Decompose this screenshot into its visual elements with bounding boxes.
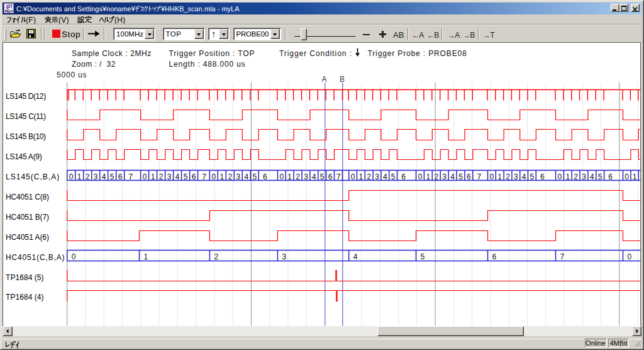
svg-text:2: 2 <box>434 172 438 181</box>
svg-text:5: 5 <box>530 172 535 181</box>
svg-text:3: 3 <box>514 172 518 181</box>
svg-text:3: 3 <box>282 252 286 261</box>
svg-text:7: 7 <box>477 172 481 181</box>
svg-text:3: 3 <box>304 172 308 181</box>
svg-text:0: 0 <box>279 172 284 181</box>
svg-text:7: 7 <box>560 252 565 261</box>
svg-text:5: 5 <box>252 172 257 181</box>
svg-text:2: 2 <box>159 172 164 181</box>
svg-text:1: 1 <box>497 172 502 181</box>
svg-text:6: 6 <box>192 172 196 181</box>
svg-text:5: 5 <box>458 172 463 181</box>
svg-text:6: 6 <box>118 172 123 181</box>
svg-text:3: 3 <box>442 172 447 181</box>
svg-text:0: 0 <box>625 172 629 181</box>
svg-text:4: 4 <box>244 172 248 181</box>
svg-text:0: 0 <box>143 172 147 181</box>
svg-text:7: 7 <box>336 172 341 181</box>
svg-text:2: 2 <box>367 172 371 181</box>
svg-text:2: 2 <box>228 172 232 181</box>
svg-text:1: 1 <box>77 172 82 181</box>
svg-text:0: 0 <box>351 172 355 181</box>
svg-text:0: 0 <box>72 252 76 261</box>
svg-text:3: 3 <box>236 172 240 181</box>
svg-text:1: 1 <box>287 172 292 181</box>
svg-text:6: 6 <box>540 172 545 181</box>
svg-text:1: 1 <box>633 172 637 181</box>
svg-text:5: 5 <box>320 172 325 181</box>
svg-text:2: 2 <box>214 252 218 261</box>
svg-text:4: 4 <box>590 172 594 181</box>
svg-text:2: 2 <box>86 172 90 181</box>
svg-text:4: 4 <box>353 252 358 261</box>
svg-text:6: 6 <box>608 172 613 181</box>
svg-text:6: 6 <box>263 172 267 181</box>
svg-text:1: 1 <box>144 252 148 261</box>
svg-text:1: 1 <box>219 172 224 181</box>
svg-text:3: 3 <box>167 172 172 181</box>
svg-text:5: 5 <box>391 172 396 181</box>
svg-text:1: 1 <box>565 172 570 181</box>
svg-text:6: 6 <box>328 172 333 181</box>
svg-text:0: 0 <box>69 172 74 181</box>
svg-text:1: 1 <box>359 172 364 181</box>
svg-text:0: 0 <box>558 172 562 181</box>
svg-text:4: 4 <box>450 172 455 181</box>
svg-text:5: 5 <box>184 172 188 181</box>
svg-text:5: 5 <box>598 172 602 181</box>
svg-text:6: 6 <box>467 172 471 181</box>
svg-text:5: 5 <box>110 172 114 181</box>
svg-text:7: 7 <box>128 172 133 181</box>
svg-text:2: 2 <box>506 172 510 181</box>
svg-text:4: 4 <box>175 172 180 181</box>
svg-text:0: 0 <box>628 252 632 261</box>
svg-text:3: 3 <box>582 172 586 181</box>
svg-text:3: 3 <box>375 172 379 181</box>
svg-text:4: 4 <box>522 172 526 181</box>
svg-text:1: 1 <box>151 172 155 181</box>
svg-text:4: 4 <box>312 172 316 181</box>
svg-text:7: 7 <box>202 172 206 181</box>
svg-text:2: 2 <box>296 172 300 181</box>
svg-text:0: 0 <box>211 172 216 181</box>
svg-text:3: 3 <box>94 172 98 181</box>
svg-text:0: 0 <box>418 172 423 181</box>
svg-text:1: 1 <box>426 172 430 181</box>
svg-text:2: 2 <box>574 172 578 181</box>
svg-text:0: 0 <box>490 172 494 181</box>
svg-text:5: 5 <box>421 252 425 261</box>
svg-text:4: 4 <box>383 172 387 181</box>
svg-text:6: 6 <box>492 252 497 261</box>
svg-text:4: 4 <box>102 172 106 181</box>
svg-text:6: 6 <box>401 172 406 181</box>
